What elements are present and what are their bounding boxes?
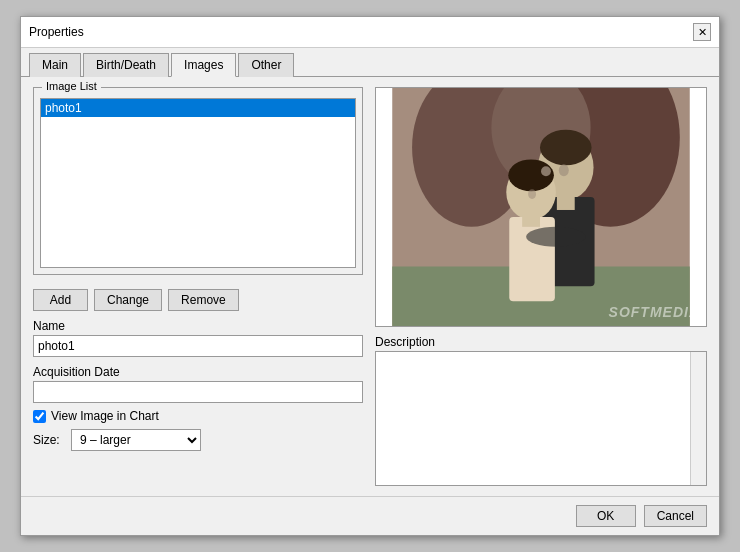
properties-dialog: Properties ✕ Main Birth/Death Images Oth… [20,16,720,536]
svg-point-14 [526,227,586,247]
change-button[interactable]: Change [94,289,162,311]
svg-rect-13 [522,215,540,227]
dialog-content: Image List photo1 Add Change Remove Name… [21,77,719,496]
ok-button[interactable]: OK [576,505,636,527]
tab-other[interactable]: Other [238,53,294,77]
title-bar: Properties ✕ [21,17,719,48]
size-select[interactable]: 9 – larger [71,429,201,451]
image-list-box[interactable]: photo1 [40,98,356,268]
svg-point-6 [540,130,592,166]
close-button[interactable]: ✕ [693,23,711,41]
svg-rect-8 [557,195,575,210]
view-image-checkbox[interactable] [33,410,46,423]
list-item[interactable]: photo1 [41,99,355,117]
svg-point-16 [528,189,536,199]
image-buttons-row: Add Change Remove [33,289,363,311]
tab-birth-death[interactable]: Birth/Death [83,53,169,77]
image-list-legend: Image List [42,80,101,92]
description-label: Description [375,335,707,349]
acquisition-date-input[interactable] [33,381,363,403]
name-input[interactable] [33,335,363,357]
image-list-group: Image List photo1 [33,87,363,275]
acquisition-date-label: Acquisition Date [33,365,363,379]
size-label: Size: [33,433,63,447]
view-image-row: View Image in Chart [33,409,363,423]
description-textarea[interactable] [376,352,690,485]
svg-point-11 [541,166,551,176]
left-panel: Image List photo1 Add Change Remove Name… [33,87,363,486]
tab-images[interactable]: Images [171,53,236,77]
tabs-bar: Main Birth/Death Images Other [21,48,719,77]
size-row: Size: 9 – larger [33,429,363,451]
add-button[interactable]: Add [33,289,88,311]
cancel-button[interactable]: Cancel [644,505,707,527]
dialog-footer: OK Cancel [21,496,719,535]
top-section: Image List photo1 Add Change Remove Name… [33,87,707,486]
svg-point-15 [559,164,569,176]
image-preview: SOFTMEDIA [375,87,707,327]
description-scrollbar[interactable] [690,352,706,485]
right-panel: SOFTMEDIA Description [375,87,707,486]
description-area-wrapper [375,351,707,486]
dialog-title: Properties [29,25,84,39]
watermark: SOFTMEDIA [609,304,700,320]
preview-image [376,88,706,326]
remove-button[interactable]: Remove [168,289,239,311]
name-label: Name [33,319,363,333]
view-image-label: View Image in Chart [51,409,159,423]
tab-main[interactable]: Main [29,53,81,77]
